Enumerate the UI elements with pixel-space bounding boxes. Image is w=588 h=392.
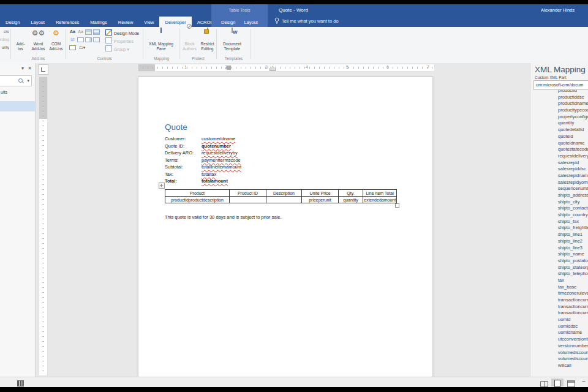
xml-mapping-pane-button[interactable]: XML MappingPane (146, 28, 176, 55)
xml-field-item[interactable]: transactioncurrencyidname (530, 310, 588, 317)
block-authors-button[interactable]: BlockAuthors (181, 28, 198, 55)
table-header-cell[interactable]: Line Item Total (363, 190, 397, 197)
tell-me-box[interactable]: Tell me what you want to do (274, 15, 339, 27)
xml-field-item[interactable]: shipto_city (530, 199, 588, 206)
selected-nav-item[interactable] (0, 101, 35, 111)
table-move-handle[interactable] (159, 183, 165, 189)
zoom-out-icon[interactable]: − (582, 378, 586, 385)
table-header-cell[interactable]: Description (266, 190, 302, 197)
xml-field-item[interactable]: quotedetailid (530, 127, 588, 134)
xml-field-item[interactable]: willcall (530, 363, 588, 369)
doc-field-value[interactable]: quotenumber (202, 143, 231, 149)
plain-text-control-icon[interactable]: Aa (77, 29, 84, 35)
com-addins-button[interactable]: ⚙COMAdd-ins (48, 28, 64, 55)
doc-field-value[interactable]: paymenttermscode (202, 157, 241, 163)
doc-field-value[interactable]: totallineitemamount (202, 164, 241, 170)
xml-field-item[interactable]: salesrepid (530, 160, 588, 167)
doc-field-value[interactable]: requestdeliveryby (202, 150, 238, 156)
tab-selector[interactable] (38, 64, 48, 75)
macro-record-icon[interactable] (17, 380, 24, 386)
addins-button[interactable]: Add-ins (12, 28, 29, 55)
design-mode-button[interactable]: Design Mode (105, 29, 139, 36)
table-cell[interactable]: productidproductdescription (165, 197, 230, 203)
clipped-ribbon-button[interactable]: urity (0, 45, 9, 50)
xml-field-item[interactable]: shipto_line2 (530, 238, 588, 245)
rich-text-control-icon[interactable]: Aa (69, 29, 76, 35)
xml-field-item[interactable]: requestdeliveryby (530, 153, 588, 160)
search-input[interactable]: ▾ (0, 75, 32, 86)
line-items-table[interactable]: ProductProduct IDDescriptionUnite PriceQ… (165, 189, 397, 203)
results-tab-fragment[interactable]: ults (1, 90, 7, 94)
repeating-section-control-icon[interactable] (69, 45, 76, 50)
xml-field-item[interactable]: salesrepidyominame (530, 179, 588, 186)
xml-field-item[interactable]: volumediscountamount_base (530, 356, 588, 363)
horizontal-ruler[interactable]: 1234567 (138, 64, 435, 72)
signed-in-user[interactable]: Alexander Hinds (541, 4, 575, 15)
xml-field-item[interactable]: volumediscountamount (530, 350, 588, 356)
pane-options-chevron-icon[interactable]: ▾ (21, 66, 24, 71)
dropdown-list-control-icon[interactable] (85, 37, 92, 42)
xml-field-item[interactable]: transactioncurrencyid (530, 297, 588, 304)
clipped-ribbon-button[interactable]: ording (0, 37, 9, 42)
restrict-editing-button[interactable]: RestrictEditing (199, 28, 216, 55)
xml-field-item[interactable]: propertyconfiguration (530, 114, 588, 121)
word-addins-button[interactable]: ⚙⚙WordAdd-ins (30, 28, 47, 55)
vertical-ruler[interactable] (39, 77, 48, 376)
xml-field-item[interactable]: quoteidname (530, 140, 588, 147)
xml-field-item[interactable]: salesrepiddsc (530, 166, 588, 173)
xml-field-item[interactable]: producttypecode (530, 107, 588, 114)
xml-field-item[interactable]: shipto_freighttermscode (530, 225, 588, 232)
table-cell[interactable]: priceperunit (302, 197, 339, 203)
table-header-cell[interactable]: Product (165, 190, 230, 197)
xml-field-item[interactable]: utcconversiontimezonecode (530, 336, 588, 343)
document-template-button[interactable]: W DocumentTemplate (219, 28, 245, 55)
xml-field-item[interactable]: shipto_contactname (530, 205, 588, 212)
table-header-cell[interactable]: Product ID (230, 190, 266, 197)
search-dropdown-icon[interactable]: ▾ (27, 78, 29, 83)
doc-field-value[interactable]: totaltax (202, 172, 216, 177)
table-cell[interactable]: quantity (339, 197, 363, 203)
table-header-cell[interactable]: Unite Price (302, 190, 339, 197)
xml-field-item[interactable]: shipto_line3 (530, 245, 588, 252)
xml-field-item[interactable]: quantity (530, 120, 588, 127)
table-column-marker[interactable] (227, 66, 231, 70)
legacy-tools-icon[interactable]: 🗀▾ (77, 45, 87, 51)
date-picker-control-icon[interactable] (93, 37, 100, 42)
xml-field-item[interactable]: quoteid (530, 134, 588, 140)
xml-field-item[interactable]: shipto_stateorprovince (530, 265, 588, 271)
properties-button[interactable]: Properties (105, 37, 134, 44)
xml-field-item[interactable]: shipto_name (530, 251, 588, 258)
xml-field-item[interactable]: uomiddsc (530, 323, 588, 330)
picture-control-icon[interactable] (85, 29, 92, 35)
table-cell[interactable] (266, 197, 302, 203)
xml-field-item[interactable]: quotestatecode (530, 146, 588, 153)
xml-field-item[interactable]: shipto_country (530, 212, 588, 219)
xml-field-item[interactable]: productiddsc (530, 94, 588, 101)
xml-field-item[interactable]: productidname (530, 100, 588, 107)
xml-field-item[interactable]: uomidname (530, 330, 588, 336)
table-resize-handle[interactable] (395, 203, 399, 208)
xml-field-item[interactable]: sequencenumber (530, 186, 588, 192)
xml-field-item[interactable]: shipto_fax (530, 219, 588, 225)
doc-field-value[interactable]: customeridname (202, 136, 235, 141)
read-mode-icon[interactable] (538, 379, 550, 386)
xml-field-item[interactable]: shipto_line1 (530, 232, 588, 238)
xml-field-item[interactable]: salesrepidname (530, 173, 588, 179)
xml-field-item[interactable]: versionnumber (530, 343, 588, 350)
building-block-gallery-icon[interactable] (93, 29, 100, 35)
xml-field-item[interactable]: transactioncurrencyiddsc (530, 304, 588, 311)
group-button[interactable]: Group ▾ (105, 45, 129, 52)
xml-field-item[interactable]: tax_base (530, 284, 588, 291)
table-header-cell[interactable]: Qty. (339, 190, 363, 197)
pane-close-icon[interactable]: ✕ (28, 66, 32, 71)
xml-field-item[interactable]: tax (530, 277, 588, 284)
clipped-ribbon-button[interactable]: cro (0, 29, 9, 34)
xml-field-item[interactable]: uomid (530, 317, 588, 323)
print-layout-icon[interactable] (551, 379, 564, 386)
xml-field-item[interactable]: timezoneruleversionnumber (530, 290, 588, 297)
checkbox-control-icon[interactable]: ☑ (69, 37, 76, 43)
document-page[interactable]: Quote Customer:customeridnameQuote ID:qu… (138, 77, 433, 378)
xml-field-item[interactable]: shipto_postalcode (530, 258, 588, 265)
doc-field-value[interactable]: totalamount (202, 178, 228, 184)
table-cell[interactable]: extendedamount (363, 197, 397, 203)
